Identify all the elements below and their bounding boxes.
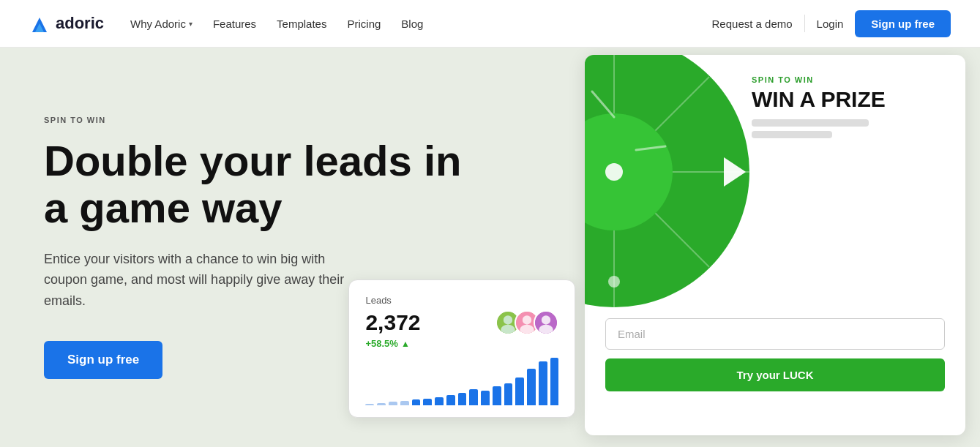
bar-item [539, 361, 547, 405]
stats-growth: +58.5% ▲ [365, 338, 558, 349]
nav-pricing[interactable]: Pricing [347, 18, 381, 30]
request-demo-link[interactable]: Request a demo [712, 18, 793, 30]
logo[interactable]: adoric [29, 13, 104, 34]
nav-features[interactable]: Features [213, 18, 256, 30]
svg-point-22 [520, 325, 534, 335]
spin-widget-card: SPIN TO WIN WIN A PRIZE Email Try your L… [585, 55, 965, 435]
bar-item [469, 389, 478, 405]
hero-right: SPIN TO WIN WIN A PRIZE Email Try your L… [539, 48, 980, 447]
svg-point-15 [605, 163, 623, 181]
nav-right: Request a demo Login Sign up free [712, 10, 951, 37]
signup-button[interactable]: Sign up free [855, 10, 951, 37]
svg-point-25 [539, 325, 553, 335]
hero-description: Entice your visitors with a chance to wi… [44, 249, 351, 312]
bar-chart [365, 358, 558, 405]
hero-badge: SPIN TO WIN [44, 116, 495, 124]
bar-item [412, 399, 421, 405]
bar-item [493, 386, 501, 405]
bar-item [435, 397, 444, 405]
nav-links: Why Adoric ▾ Features Templates Pricing … [130, 18, 423, 30]
spin-wheel-svg [585, 55, 753, 311]
bar-item [400, 401, 409, 405]
nav-why-adoric[interactable]: Why Adoric ▾ [130, 18, 192, 30]
bar-item [504, 383, 513, 405]
spin-card-badge: SPIN TO WIN [752, 75, 945, 84]
spin-card-title: WIN A PRIZE [752, 87, 945, 112]
chevron-down-icon: ▾ [189, 20, 192, 28]
email-input[interactable]: Email [605, 318, 945, 350]
hero-signup-button[interactable]: Sign up free [44, 341, 162, 379]
stats-label: Leads [365, 295, 558, 306]
svg-point-16 [608, 276, 620, 288]
spin-lines [752, 119, 945, 138]
stats-row: 2,372 [365, 310, 558, 335]
spin-wheel-container [585, 55, 753, 311]
nav-divider [804, 15, 805, 32]
spin-line-1 [752, 119, 869, 127]
stats-card: Leads 2,372 +58.5% ▲ [348, 279, 575, 418]
arrow-up-icon: ▲ [401, 339, 410, 349]
svg-point-24 [542, 315, 550, 324]
nav-left: adoric Why Adoric ▾ Features Templates P… [29, 13, 423, 34]
svg-point-21 [523, 315, 531, 324]
hero-section: SPIN TO WIN Double your leads in a game … [0, 48, 980, 447]
avatar-3 [534, 310, 558, 335]
stats-avatars [495, 310, 558, 335]
bar-item [515, 377, 524, 405]
bar-item [527, 369, 536, 405]
svg-point-19 [501, 325, 515, 335]
bar-item [458, 393, 467, 405]
login-link[interactable]: Login [817, 18, 844, 30]
logo-text: adoric [56, 14, 104, 33]
navbar: adoric Why Adoric ▾ Features Templates P… [0, 0, 980, 48]
bar-chart-area [365, 358, 558, 405]
hero-title: Double your leads in a game way [44, 138, 495, 231]
nav-templates[interactable]: Templates [277, 18, 326, 30]
try-luck-button[interactable]: Try your LUCK [605, 358, 945, 391]
bar-item [550, 358, 559, 405]
bar-item [389, 402, 397, 405]
bar-item [377, 403, 386, 405]
bar-item [365, 404, 374, 405]
nav-blog[interactable]: Blog [401, 18, 423, 30]
stats-number: 2,372 [365, 310, 420, 335]
bar-item [423, 399, 432, 405]
bar-item [481, 391, 490, 405]
spin-line-2 [752, 131, 832, 138]
svg-point-18 [504, 315, 512, 324]
bar-item [446, 395, 455, 405]
